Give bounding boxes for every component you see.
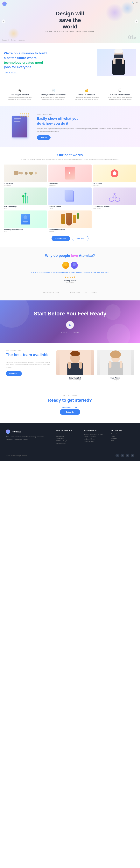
footer-item-fearless[interactable]: Be Fearless xyxy=(57,436,80,437)
footer-col-info: Information 38 Prince Road Street, 85 Fl… xyxy=(83,430,107,445)
adaptable-icon: 👑 xyxy=(84,88,90,93)
team-title: The best team available xyxy=(6,352,53,357)
support-title: 6-month > Free Support xyxy=(106,94,135,96)
learn-more-link[interactable]: LEARN MORE › xyxy=(4,71,18,73)
footer-col-title-info: Information xyxy=(83,430,107,431)
svg-point-5 xyxy=(114,49,123,53)
footer-social-icons: f t in d xyxy=(115,454,134,457)
learn-more-button[interactable]: Learn More xyxy=(72,236,89,241)
work-thumb-success xyxy=(48,187,92,205)
testimonial-pre: "Theme is xyxy=(30,272,39,273)
footer-social-dribbble[interactable]: Dribbble xyxy=(111,440,134,442)
play-button[interactable]: ▶ xyxy=(66,321,74,329)
adaptable-desc: Lorem ipsum dolor sit amet consectetur a… xyxy=(72,97,102,100)
feel-desc: Apply the most popular community and liv… xyxy=(37,127,132,133)
footer-bottom: © 2023 Atomlab. All rights reserved. f t… xyxy=(6,451,134,457)
svg-rect-3 xyxy=(122,58,124,64)
work-category-publisher: EDITORIAL xyxy=(93,208,136,209)
mission-line1: We're on a mission to build xyxy=(4,52,47,55)
start-item-intro: INTRO xyxy=(73,332,79,334)
social-icon-linkedin[interactable]: in xyxy=(126,454,129,457)
avatar-2-svg xyxy=(71,262,78,269)
work-label-platform: From Print to Platform xyxy=(48,229,92,230)
plugins-icon: 🔌 xyxy=(17,88,23,93)
logo[interactable] xyxy=(2,2,7,6)
work-item-platform[interactable]: From Print to Platform DIGITAL xyxy=(48,211,92,232)
footer-item-seconds[interactable]: 16 Seconds xyxy=(57,438,80,439)
feature-adaptable: 👑 Unique & Adaptable Lorem ipsum dolor s… xyxy=(71,86,103,102)
why-title: Why do people love Atomlab? xyxy=(8,254,132,258)
work-item-seconds[interactable]: 16 Seconds DIGITAL xyxy=(93,164,136,186)
work-item-b2b[interactable]: B2B Made Simple WEB xyxy=(4,187,47,209)
cta-title: Ready to get started? xyxy=(4,398,136,403)
work-thumb-fearless: F xyxy=(48,164,92,182)
footer: Atomlab We're a creative studio speciali… xyxy=(0,423,140,461)
stars: ★★★★★ xyxy=(8,276,132,278)
footer-social-twitter[interactable]: Twitter xyxy=(111,436,134,437)
footer-item-success[interactable]: Success Stories xyxy=(57,442,80,444)
svg-point-11 xyxy=(114,194,115,195)
social-twitter[interactable]: Twitter xyxy=(11,39,16,41)
svg-point-28 xyxy=(110,350,121,358)
purchase-now-button[interactable]: Purchase now xyxy=(51,236,70,241)
feel-future-section: FEEL THE FUTURE Easily show off what you… xyxy=(0,106,140,147)
work-label-publisher: A Publisher's Present xyxy=(93,206,136,208)
work-thumb-b2b xyxy=(4,187,47,205)
work-item-tea[interactable]: A cup of tea PRODUCT xyxy=(4,164,47,186)
work-category-fearless: BRANDING xyxy=(48,185,92,186)
hero-prev-button[interactable]: ‹ xyxy=(2,20,5,23)
subscribe-button[interactable]: Subscribe xyxy=(60,409,80,415)
book-illustration xyxy=(8,112,31,142)
social-icon-twitter[interactable]: t xyxy=(120,454,124,457)
member-1-svg xyxy=(57,350,94,375)
brand-logos: THE NORTH FACE ~ EcoBasse P SOME xyxy=(8,288,132,293)
hero-nav: 🔍 ☰ xyxy=(132,2,138,4)
feel-title: Easily show off what you do & how you do… xyxy=(37,116,132,126)
footer-col-creations: Our Creations A cup of tea Be Fearless 1… xyxy=(57,430,80,445)
cta-arrow xyxy=(62,406,78,406)
brand-some: SOME xyxy=(92,292,97,293)
adaptable-title: Unique & Adaptable xyxy=(72,94,102,96)
nav-search-icon[interactable]: 🔍 xyxy=(132,2,134,4)
footer-social-facebook[interactable]: Facebook xyxy=(111,433,134,435)
works-title: Our best works xyxy=(4,153,136,157)
svg-point-15 xyxy=(73,263,76,266)
svg-point-13 xyxy=(64,263,67,266)
team-header: FEEL THE FUTURE The best team available xyxy=(6,350,53,357)
member-name-2: Sara Wilson xyxy=(97,377,134,379)
work-item-conference[interactable]: Creating Conference Hub WEB xyxy=(4,211,47,232)
contact-button[interactable]: Contact us › xyxy=(6,371,22,376)
social-icon-facebook[interactable]: f xyxy=(115,454,119,457)
work-item-success[interactable]: Success Stories PRINT xyxy=(48,187,92,209)
work-category-seconds: DIGITAL xyxy=(93,185,136,186)
svg-marker-29 xyxy=(76,407,77,408)
work-label-tea: A cup of tea xyxy=(4,183,47,185)
testimonial-highlight: straightforward xyxy=(39,272,50,273)
member-2-svg xyxy=(97,350,134,375)
footer-social-instagram[interactable]: Instagram xyxy=(111,438,134,439)
footer-brand: Atomlab We're a creative studio speciali… xyxy=(6,430,53,445)
support-desc: Lorem ipsum dolor sit amet consectetur a… xyxy=(106,97,135,100)
features-section: 🔌 Free Plugins Included Lorem ipsum dolo… xyxy=(0,82,140,106)
documents-title: Greatly Extensive Documents xyxy=(38,94,68,96)
social-icon-dribbble[interactable]: d xyxy=(131,454,134,457)
hero-next-button[interactable]: › xyxy=(135,20,138,23)
work-thumb-seconds xyxy=(93,164,136,182)
start-section: Start Before You Feel Ready ▶ VIDEO INTR… xyxy=(0,301,140,343)
testimonial-avatars xyxy=(8,262,132,269)
try-btn[interactable]: Try It out xyxy=(37,135,50,140)
works-subtitle: Working in a creative industry, we under… xyxy=(4,158,136,161)
work-item-publisher[interactable]: A Publisher's Present EDITORIAL xyxy=(93,187,136,209)
social-facebook[interactable]: Facebook xyxy=(2,39,9,41)
cta-section: WHY NOT WAIT Ready to get started? Subsc… xyxy=(0,387,140,423)
footer-item-tea[interactable]: A cup of tea xyxy=(57,433,80,435)
work-item-fearless[interactable]: F Be Fearless BRANDING xyxy=(48,164,92,186)
social-instagram[interactable]: Instagram xyxy=(18,39,25,41)
footer-item-b2b[interactable]: B2B Made Simple xyxy=(57,440,80,442)
plugins-title: Free Plugins Included xyxy=(5,94,35,96)
reviewer-name: Barney Smith xyxy=(8,280,132,282)
nav-menu-icon[interactable]: ☰ xyxy=(136,2,138,4)
team-content: FEEL THE FUTURE The best team available … xyxy=(6,350,53,376)
best-works-section: Our best works Working in a creative ind… xyxy=(0,147,140,247)
brand-ecobasse: EcoBasse xyxy=(70,292,81,293)
